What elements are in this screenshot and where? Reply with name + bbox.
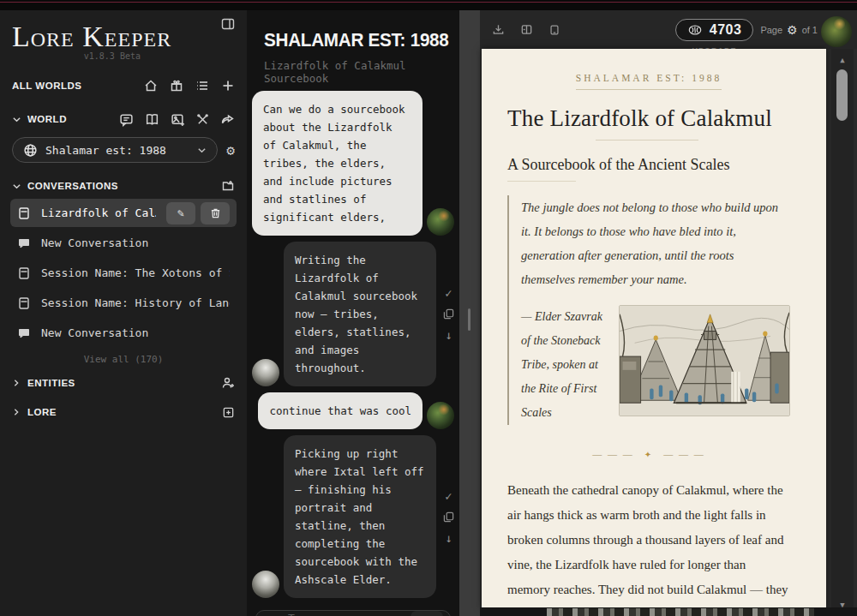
conversation-item[interactable]: Session Name: History of Land… xyxy=(10,289,237,317)
new-folder-icon[interactable] xyxy=(221,179,235,193)
chevron-down-icon xyxy=(197,146,207,155)
window-top-bar xyxy=(0,0,857,10)
brain-icon xyxy=(687,24,703,36)
add-lore-icon[interactable] xyxy=(222,406,235,419)
send-button[interactable]: ▷ xyxy=(411,611,443,616)
section-divider-ornament: — — — ✦ — — — xyxy=(507,449,790,459)
title-rule xyxy=(596,140,698,141)
view-all-link[interactable]: View all (170) xyxy=(0,354,247,365)
assistant-avatar xyxy=(252,359,279,386)
token-count: 4703 xyxy=(710,22,742,38)
app-version: v1.8.3 Beta xyxy=(12,51,141,61)
conversations-header: CONVERSATIONS xyxy=(0,176,247,195)
page-count: of 1 xyxy=(802,25,818,35)
edit-conversation-button[interactable]: ✎ xyxy=(166,202,195,224)
assistant-avatar xyxy=(252,571,279,598)
add-person-icon[interactable] xyxy=(221,376,235,390)
user-message: Can we do a sourcebook about the Lizardf… xyxy=(252,91,454,236)
add-world-icon[interactable] xyxy=(221,79,235,93)
chevron-right-icon xyxy=(12,408,21,416)
document-subtitle: A Sourcebook of the Ancient Scales xyxy=(507,156,790,174)
book-icon xyxy=(17,266,31,280)
copy-icon[interactable] xyxy=(443,308,454,320)
conversation-title: Lizardfolk of Cal… xyxy=(41,206,156,219)
assistant-message: Picking up right where Ixtal left off — … xyxy=(252,435,454,598)
resizer-handle-icon[interactable] xyxy=(468,308,470,331)
tools-icon[interactable] xyxy=(196,113,209,126)
split-view-icon[interactable] xyxy=(520,23,533,36)
home-icon[interactable] xyxy=(144,79,158,93)
app-logo: Lore Keeper xyxy=(12,22,247,51)
message-text: Can we do a sourcebook about the Lizardf… xyxy=(252,91,423,236)
conversation-title: New Conversation xyxy=(41,236,148,249)
image-add-icon[interactable] xyxy=(171,112,185,127)
conversations-label: CONVERSATIONS xyxy=(27,181,118,191)
lore-label: LORE xyxy=(27,407,57,417)
book-icon xyxy=(17,206,31,220)
chevron-down-icon[interactable] xyxy=(12,182,21,191)
delete-conversation-button[interactable] xyxy=(201,202,230,224)
document-title: The Lizardfolk of Calakmul xyxy=(507,105,790,132)
settings-gear-icon[interactable]: ⚙ xyxy=(787,23,798,37)
document-body-paragraph: Beneath the cathedral canopy of Calakmul… xyxy=(507,478,790,608)
document-scrollbar[interactable]: ▲ ▼ xyxy=(831,49,854,616)
lore-section-row[interactable]: LORE xyxy=(0,401,247,423)
next-page-image-edge xyxy=(547,608,814,616)
conversation-item[interactable]: Session Name: The Xotons of S… xyxy=(10,259,237,287)
quote-attribution: — Elder Szavrak of the Stoneback Tribe, … xyxy=(521,305,603,425)
document-viewer: 4703 UPGRADE Page ⚙ of 1 SHALAMAR EST: 1… xyxy=(480,10,857,616)
conversation-item[interactable]: New Conversation xyxy=(10,229,237,257)
world-settings-gear-icon[interactable]: ⚙ xyxy=(226,142,235,158)
conversation-item[interactable]: New Conversation xyxy=(10,319,237,347)
chat-bubble-icon xyxy=(17,236,31,250)
chat-icon[interactable] xyxy=(119,112,134,127)
document-kicker: SHALAMAR EST: 1988 xyxy=(507,73,790,83)
page-label: Page xyxy=(760,25,782,35)
list-icon[interactable] xyxy=(195,79,209,93)
chat-title: SHALAMAR EST: 1988 xyxy=(264,29,447,51)
share-icon[interactable] xyxy=(220,112,235,127)
entities-section-row[interactable]: ENTITIES xyxy=(0,372,247,394)
assistant-message: Writing the Lizardfolk of Calakmul sourc… xyxy=(252,242,454,386)
chat-subtitle: Lizardfolk of Calakmul Sourcebook xyxy=(264,59,459,85)
document-blockquote: The jungle does not belong to those who … xyxy=(507,195,790,425)
scroll-up-icon[interactable]: ▲ xyxy=(831,56,854,64)
download-document-icon[interactable] xyxy=(492,23,505,36)
page-indicator: Page ⚙ of 1 xyxy=(760,23,818,37)
check-icon[interactable]: ✓ xyxy=(445,490,452,502)
globe-icon xyxy=(23,143,38,158)
message-text: Writing the Lizardfolk of Calakmul sourc… xyxy=(284,242,436,386)
chat-bubble-icon xyxy=(17,326,31,340)
viewer-toolbar: 4703 UPGRADE Page ⚙ of 1 xyxy=(480,10,857,49)
message-input-placeholder: Type a message... xyxy=(288,612,402,616)
world-selector-dropdown[interactable]: Shalamar est: 1988 xyxy=(12,137,218,163)
conversation-item-selected[interactable]: Lizardfolk of Cal… ✎ xyxy=(10,199,237,227)
world-selector-value: Shalamar est: 1988 xyxy=(45,144,166,157)
chevron-down-icon[interactable] xyxy=(12,115,21,124)
all-worlds-label: ALL WORLDS xyxy=(12,81,81,91)
book-open-icon[interactable] xyxy=(145,112,159,127)
panel-resizer[interactable] xyxy=(459,10,480,616)
sidebar: Lore Keeper v1.8.3 Beta ALL WORLDS WORLD… xyxy=(0,10,247,616)
world-section-row: WORLD xyxy=(0,109,247,129)
collapse-sidebar-icon[interactable] xyxy=(221,17,235,31)
profile-avatar[interactable] xyxy=(821,16,852,47)
download-message-icon[interactable]: ↓ xyxy=(445,532,452,544)
accent-line xyxy=(0,2,857,3)
token-count-pill[interactable]: 4703 UPGRADE xyxy=(675,19,754,41)
check-icon[interactable]: ✓ xyxy=(445,287,452,299)
device-view-icon[interactable] xyxy=(548,24,560,36)
user-avatar xyxy=(427,208,454,236)
message-input[interactable]: Type a message... ▷ xyxy=(255,610,451,616)
book-icon xyxy=(17,296,31,310)
scrollbar-thumb[interactable] xyxy=(836,69,848,121)
subtitle-rule xyxy=(507,181,576,182)
copy-icon[interactable] xyxy=(443,511,454,523)
download-message-icon[interactable]: ↓ xyxy=(445,329,452,341)
chevron-right-icon xyxy=(12,379,21,387)
message-list: Can we do a sourcebook about the Lizardf… xyxy=(247,85,459,607)
user-avatar xyxy=(427,402,454,429)
gift-icon[interactable] xyxy=(170,79,183,93)
quote-text: The jungle does not belong to those who … xyxy=(521,195,790,291)
message-text: Picking up right where Ixtal left off — … xyxy=(284,435,436,598)
